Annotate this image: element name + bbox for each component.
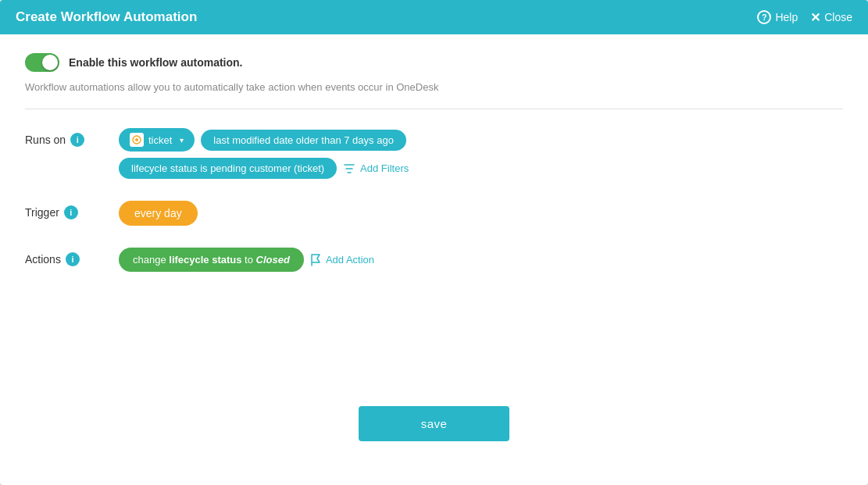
action-pill[interactable]: change lifecycle status to Closed [119, 248, 304, 272]
trigger-row: Trigger i every day [25, 201, 843, 226]
runs-on-row2: lifecycle status is pending customer (ti… [119, 158, 409, 179]
add-action-button[interactable]: Add Action [310, 254, 374, 266]
help-button[interactable]: ? Help [757, 10, 798, 24]
enable-label: Enable this workflow automation. [69, 56, 242, 69]
filter-icon [343, 162, 355, 175]
filter2-pill[interactable]: lifecycle status is pending customer (ti… [119, 158, 337, 179]
actions-label: Actions [25, 253, 61, 266]
actions-row: Actions i change lifecycle status to Clo… [25, 248, 843, 272]
description-text: Workflow automations allow you to automa… [25, 81, 843, 93]
ticket-dropdown[interactable]: ticket ▾ [119, 128, 195, 152]
filter2-label: lifecycle status is pending customer (ti… [131, 162, 324, 174]
trigger-content: every day [119, 201, 843, 226]
trigger-value: every day [134, 207, 182, 219]
form-rows: Runs on i [25, 128, 843, 387]
save-button[interactable]: save [359, 406, 510, 441]
trigger-label: Trigger [25, 206, 59, 219]
actions-content: change lifecycle status to Closed Add Ac… [119, 248, 843, 272]
runs-on-info-icon[interactable]: i [70, 133, 84, 147]
filter1-pill[interactable]: last modified date older than 7 days ago [201, 130, 406, 151]
footer: save [25, 387, 843, 466]
header-actions: ? Help ✕ Close [757, 10, 852, 25]
close-icon: ✕ [810, 10, 820, 25]
runs-on-filters: ticket ▾ last modified date older than 7… [119, 128, 409, 179]
action-label: change lifecycle status to Closed [133, 254, 290, 266]
help-label: Help [775, 11, 798, 23]
ticket-icon [130, 133, 144, 147]
runs-on-row: Runs on i [25, 128, 843, 179]
create-workflow-modal: Create Workflow Automation ? Help ✕ Clos… [0, 0, 868, 485]
close-label: Close [824, 11, 852, 23]
runs-on-label: Runs on [25, 134, 66, 146]
ticket-label: ticket [148, 134, 172, 146]
dropdown-arrow-icon: ▾ [180, 136, 184, 144]
add-filters-label: Add Filters [360, 162, 409, 174]
trigger-label-container: Trigger i [25, 201, 119, 219]
help-icon: ? [757, 10, 771, 24]
runs-on-content: ticket ▾ last modified date older than 7… [119, 128, 843, 179]
modal-header: Create Workflow Automation ? Help ✕ Clos… [0, 0, 868, 34]
close-button[interactable]: ✕ Close [810, 10, 852, 25]
filter1-label: last modified date older than 7 days ago [213, 134, 394, 146]
enable-toggle[interactable] [25, 53, 59, 72]
enable-row: Enable this workflow automation. [25, 53, 843, 72]
modal-title: Create Workflow Automation [16, 9, 197, 25]
modal-body: Enable this workflow automation. Workflo… [0, 34, 868, 485]
actions-info-icon[interactable]: i [66, 252, 80, 266]
svg-point-1 [135, 138, 138, 141]
runs-on-row1: ticket ▾ last modified date older than 7… [119, 128, 409, 152]
add-filters-button[interactable]: Add Filters [343, 162, 409, 175]
trigger-pill[interactable]: every day [119, 201, 198, 226]
add-action-label: Add Action [326, 254, 374, 266]
flag-icon [310, 254, 321, 266]
divider [25, 109, 843, 109]
trigger-info-icon[interactable]: i [64, 205, 78, 219]
runs-on-label-container: Runs on i [25, 128, 119, 147]
actions-label-container: Actions i [25, 248, 119, 266]
